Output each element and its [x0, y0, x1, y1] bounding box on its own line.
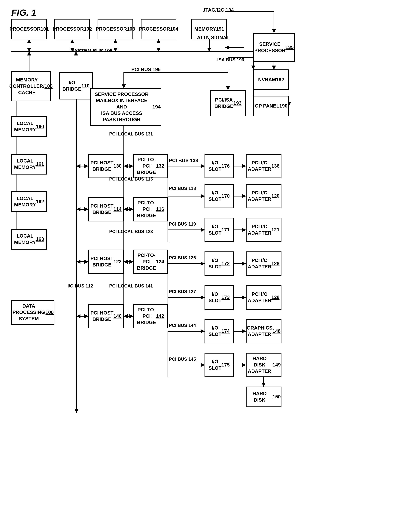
- svg-marker-6: [70, 39, 74, 43]
- svg-marker-78: [84, 260, 88, 264]
- svg-marker-1: [27, 48, 31, 52]
- svg-marker-96: [124, 314, 128, 318]
- svg-marker-77: [77, 260, 80, 264]
- svg-marker-35: [272, 66, 276, 69]
- label-isa-bus: ISA BUS 196: [217, 57, 244, 63]
- label-system-bus: SYSTEM BUS 106: [71, 48, 113, 54]
- box-pciHostBridge140: PCI HOSTBRIDGE140: [88, 304, 124, 328]
- box-dataProcessing100: DATA PROCESSINGSYSTEM100: [11, 300, 54, 325]
- box-localMem163: LOCALMEMORY163: [11, 229, 47, 250]
- label-pci-local-123: PCI LOCAL BUS 123: [109, 229, 153, 234]
- svg-marker-104: [242, 363, 246, 367]
- svg-marker-28: [226, 86, 230, 90]
- label-pci-local-115: PCI LOCAL BUS 115: [109, 176, 153, 182]
- svg-marker-74: [242, 228, 246, 232]
- label-pci-bus-133: PCI BUS 133: [169, 158, 198, 163]
- label-pci-local-141: PCI LOCAL BUS 141: [109, 283, 153, 289]
- box-localMem160: LOCALMEMORY160: [11, 116, 47, 137]
- svg-marker-92: [77, 314, 80, 318]
- svg-marker-7: [114, 39, 117, 43]
- svg-marker-65: [130, 207, 133, 211]
- svg-marker-81: [124, 260, 128, 264]
- svg-marker-70: [242, 194, 246, 198]
- box-processor101: PROCESSOR101: [11, 19, 47, 39]
- box-nvram192: NVRAM192: [253, 69, 289, 90]
- box-pciHostBridge122: PCI HOSTBRIDGE122: [88, 250, 124, 274]
- svg-marker-83: [201, 262, 205, 266]
- svg-marker-8: [157, 39, 160, 43]
- svg-marker-4: [157, 48, 160, 52]
- svg-marker-100: [242, 329, 246, 333]
- label-pci-bus-127: PCI BUS 127: [169, 289, 196, 294]
- box-ioSlot171: I/OSLOT171: [205, 218, 234, 242]
- box-hardDiskAdapter149: HARD DISKADAPTER149: [246, 353, 281, 377]
- svg-marker-10: [207, 48, 211, 52]
- label-jtag: JTAG/I2C 134: [203, 7, 234, 13]
- svg-marker-13: [272, 29, 276, 33]
- svg-marker-52: [84, 164, 88, 168]
- svg-marker-18: [27, 52, 31, 55]
- svg-marker-89: [242, 296, 246, 299]
- svg-marker-106: [262, 383, 265, 387]
- svg-marker-63: [84, 207, 88, 211]
- box-pciIoAdapter120: PCI I/OADAPTER120: [246, 184, 281, 208]
- label-attn: ATTN SIGNAL: [197, 35, 229, 40]
- box-hardDisk150: HARD DISK150: [246, 387, 281, 407]
- svg-marker-57: [201, 164, 205, 168]
- box-localMem162: LOCALMEMORY162: [11, 191, 47, 212]
- label-pci-bus-118: PCI BUS 118: [169, 186, 196, 191]
- box-spMailbox: SERVICE PROCESSORMAILBOX INTERFACE ANDIS…: [90, 88, 161, 126]
- svg-marker-108: [75, 409, 79, 413]
- svg-marker-15: [225, 46, 229, 49]
- box-pciToPci124: PCI-TO-PCIBRIDGE124: [133, 250, 168, 274]
- box-processor104: PROCESSOR104: [141, 19, 176, 39]
- box-ioSlot174: I/OSLOT174: [205, 319, 234, 343]
- box-pciToPci142: PCI-TO-PCIBRIDGE142: [133, 304, 168, 328]
- box-ioSlot172: I/OSLOT172: [205, 251, 234, 276]
- box-pciIoAdapter128: PCI I/OADAPTER128: [246, 251, 281, 276]
- box-ioSlot170: I/OSLOT170: [205, 184, 234, 208]
- svg-marker-66: [124, 207, 128, 211]
- box-pciIoAdapter136: PCI I/OADAPTER136: [246, 154, 281, 178]
- svg-marker-102: [201, 363, 205, 367]
- label-pci-bus-144: PCI BUS 144: [169, 323, 196, 328]
- box-ioSlot175: I/OSLOT175: [205, 353, 234, 377]
- box-pciIsaBridge193: PCI/ISABRIDGE193: [210, 90, 246, 116]
- label-pci-bus-145: PCI BUS 145: [169, 357, 196, 362]
- box-graphicsAdapter148: GRAPHICSADAPTER148: [246, 319, 281, 343]
- label-pci-bus-126: PCI BUS 126: [169, 255, 196, 260]
- svg-marker-98: [201, 329, 205, 333]
- label-io-bus-112: I/O BUS 112: [67, 283, 93, 289]
- svg-marker-85: [242, 262, 246, 266]
- label-pci-local-131: PCI LOCAL BUS 131: [109, 131, 153, 137]
- box-opPanel190: OP PANEL190: [253, 96, 289, 116]
- box-serviceProcessor135: SERVICEPROCESSOR135: [253, 33, 295, 62]
- label-pci-bus-119: PCI BUS 119: [169, 221, 196, 227]
- box-ioBridge110: I/OBRIDGE110: [59, 72, 93, 99]
- svg-marker-68: [201, 194, 205, 198]
- box-pciToPci116: PCI-TO-PCIBRIDGE116: [133, 197, 168, 221]
- box-memController: MEMORYCONTROLLER/CACHE108: [11, 71, 51, 101]
- svg-marker-93: [84, 314, 88, 318]
- box-pciIoAdapter121: PCI I/OADAPTER121: [246, 218, 281, 242]
- svg-marker-3: [114, 48, 117, 52]
- box-ioSlot173: I/OSLOT173: [205, 285, 234, 310]
- label-pci-bus-195: PCI BUS 195: [131, 67, 161, 72]
- svg-marker-55: [124, 164, 128, 168]
- svg-marker-95: [130, 314, 133, 318]
- box-pciToPci132: PCI-TO-PCIBRIDGE132: [133, 154, 168, 178]
- svg-marker-62: [77, 207, 80, 211]
- svg-marker-51: [77, 164, 80, 168]
- box-localMem161: LOCALMEMORY161: [11, 154, 47, 175]
- box-pciIoAdapter129: PCI I/OADAPTER129: [246, 285, 281, 310]
- svg-marker-54: [130, 164, 133, 168]
- svg-marker-72: [201, 228, 205, 232]
- svg-marker-32: [251, 66, 255, 69]
- box-ioSlot176: I/OSLOT176: [205, 154, 234, 178]
- svg-marker-59: [242, 164, 246, 168]
- box-pciHostBridge114: PCI HOSTBRIDGE114: [88, 197, 124, 221]
- fig-label: FIG. 1: [11, 8, 36, 18]
- svg-marker-87: [201, 296, 205, 299]
- svg-marker-80: [130, 260, 133, 264]
- box-processor102: PROCESSOR102: [54, 19, 90, 39]
